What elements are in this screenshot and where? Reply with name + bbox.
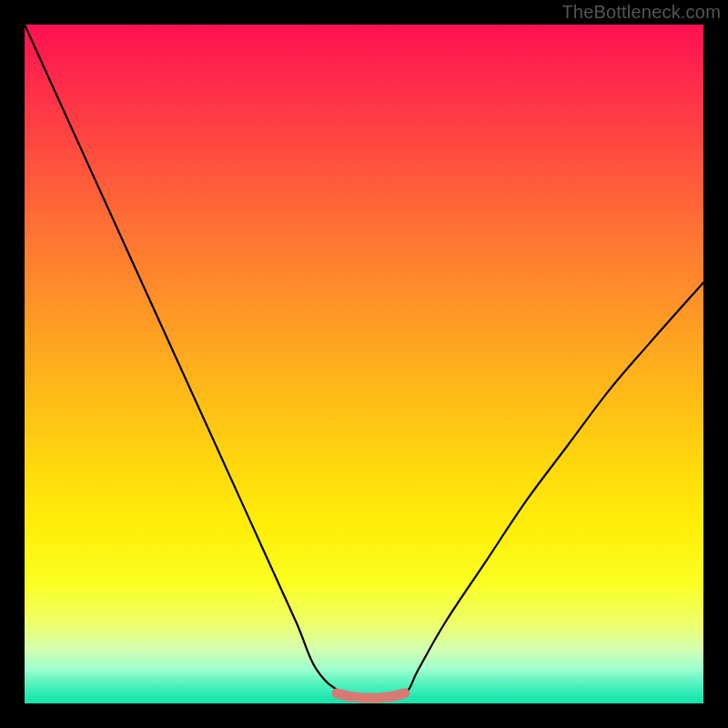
bottleneck-curve [25,25,703,698]
chart-frame: TheBottleneck.com [0,0,728,728]
flat-zone-marker [337,693,405,698]
plot-area [25,25,703,703]
watermark-text: TheBottleneck.com [561,2,721,23]
curve-svg [25,25,703,703]
